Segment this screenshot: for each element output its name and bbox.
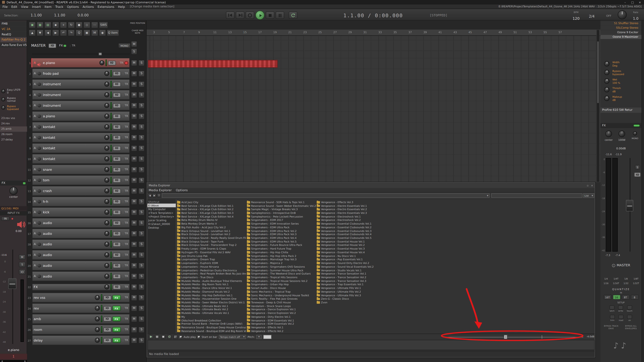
track-name[interactable]: FX (34, 285, 38, 289)
media-folder-item[interactable]: Vengeance - Sound Vocal Essentials Vol.2 (317, 265, 386, 268)
track-row[interactable]: 2 A frodo pad IO FX ⋮TR M S (27, 68, 147, 78)
plugin-param-row[interactable]: Bypassnormal (1, 95, 27, 103)
media-folder-item[interactable]: Samplephonics - Pete Lockett Percussion (247, 215, 316, 218)
media-folder-item[interactable]: Sonic Reality - Flex Pak Jazz Grooves (247, 297, 316, 301)
track-row[interactable]: 7 A kontakt IO FX ⋮TR M S (27, 122, 147, 132)
track-row[interactable]: 9 A kontakt IO FX ⋮TR M S (27, 143, 147, 153)
media-folder-item[interactable]: Black Octopus Sound - Tape Funk (177, 240, 246, 243)
pan-knob[interactable] (104, 199, 109, 204)
menu-item[interactable]: View (21, 5, 28, 8)
track-panel[interactable]: A kick IO FX ⋮TR (31, 207, 130, 217)
track-name[interactable]: kontakt (43, 125, 55, 129)
io-button[interactable]: IO (113, 221, 120, 225)
pan-knob[interactable] (104, 188, 109, 193)
record-arm-icon[interactable]: A (34, 221, 36, 225)
quantize-button[interactable]: 8T (622, 295, 630, 300)
plugin-param-row[interactable]: MakeupdB (600, 94, 642, 103)
repeat-button[interactable] (289, 11, 297, 19)
media-folder-item[interactable]: Vengeance - Ultimate Fills Vol.3 (317, 293, 386, 297)
param-knob-icon[interactable] (604, 70, 610, 75)
preview-volume-readout[interactable]: -4.0dB (586, 335, 594, 338)
media-folder-item[interactable]: Zero-G - Classic Disco (317, 297, 386, 301)
send-item[interactable]: 25:amb (0, 126, 27, 132)
track-panel[interactable]: A h-h IO FX ⋮TR (31, 197, 130, 206)
quantize-button[interactable]: 16T (604, 295, 612, 300)
media-folder-item[interactable]: Zvon (317, 301, 386, 304)
note-rate-button[interactable]: 1/4T (611, 278, 621, 280)
media-folder-item[interactable]: Vengeance - Essential House Vol.2 (317, 243, 386, 247)
toolbar-button[interactable]: ● (76, 22, 83, 28)
fader-groove[interactable] (12, 250, 13, 344)
record-arm-icon[interactable]: A (34, 200, 36, 203)
track-name[interactable]: kick (43, 210, 50, 214)
track-panel[interactable]: A crash IO FX ⋮TR (31, 186, 130, 196)
solo-button[interactable]: S (138, 273, 144, 279)
dock-icon[interactable]: ▫ (587, 184, 588, 187)
media-folder-item[interactable]: Tonewave - Deep & Chill House (247, 301, 316, 304)
mute-button[interactable]: M (131, 177, 137, 183)
master-mono-button[interactable]: MONO (118, 43, 130, 48)
track-lanes[interactable] (146, 36, 600, 182)
toolbar-button[interactable]: ▲ (29, 29, 36, 36)
toolbar-button[interactable]: ⋯ (91, 22, 98, 28)
toolbar-button[interactable]: ◇ (83, 22, 90, 28)
pan-knob[interactable] (104, 284, 109, 289)
solo-button[interactable]: S (138, 263, 144, 269)
track-name[interactable]: frodo pad (43, 71, 59, 75)
media-folder-item[interactable]: Resonance Sound - Swen Weber Electromati… (247, 204, 316, 207)
pan-knob[interactable] (104, 82, 109, 86)
quantize-button[interactable]: 16 (613, 295, 620, 300)
media-folder-item[interactable]: Singomakers - Hip Hop Chilla (247, 250, 316, 254)
solo-button[interactable]: S (19, 262, 26, 267)
io-button[interactable]: IO (113, 189, 120, 193)
pan-knob[interactable] (94, 306, 100, 311)
master-fx-chain-item[interactable]: Ozone 9 Exciter (600, 30, 642, 34)
mute-button[interactable]: M (131, 198, 137, 205)
io-button[interactable]: IO (113, 199, 120, 204)
media-folder-item[interactable]: Vengeance - Dirty Electro Vol.1 (247, 315, 316, 318)
mute-button[interactable]: M (131, 92, 137, 98)
track-panel[interactable]: A audio IO FX ⋮TR (31, 261, 130, 271)
track-panel[interactable]: A audio IO FX ⋮TR (31, 239, 130, 249)
media-folder-item[interactable]: Mutekki Media - Diamond Vocals Vol.2 (177, 290, 246, 293)
toolbar-button[interactable]: Q (76, 29, 83, 36)
fx-enabled-toggle-icon[interactable] (633, 124, 640, 127)
media-folder-item[interactable]: Mutekki Media - Dance Ultra Voice Vol.1 (177, 286, 246, 290)
media-folder-item[interactable]: Mutekki Media - Swen Weber Electro Distr… (177, 301, 246, 304)
io-button[interactable]: IO (113, 231, 120, 236)
master-trim-routing-button[interactable]: ⋮TR (69, 44, 75, 47)
track-row[interactable]: 5 A instrument IO FX ⋮TR M S (27, 100, 147, 110)
mute-button[interactable]: M (131, 145, 137, 151)
menu-item[interactable]: Insert (32, 5, 41, 8)
io-button[interactable]: IO (113, 253, 120, 257)
pan-knob[interactable] (104, 220, 109, 225)
pan-knob[interactable] (104, 114, 109, 118)
media-folder-item[interactable]: Vengeance - Ultimate Fills Vol.1 (317, 286, 386, 290)
param-knob-icon[interactable] (1, 97, 5, 101)
track-row[interactable]: 17 A audio IO FX ⋮TR M S (27, 229, 147, 239)
media-folder-item[interactable]: Black Octopus Sound - Leviathan Vol.2 (177, 232, 246, 236)
trim-routing-button[interactable]: ⋮TR (122, 157, 128, 161)
media-folder-item[interactable]: Singomakers - Tropical Hits Sessions (247, 275, 316, 279)
track-panel[interactable]: A e.piano IO FX ⋮TR (31, 58, 130, 68)
master-solo-button[interactable]: S (131, 48, 137, 55)
shortcut-item[interactable]: <Project Directory> (148, 215, 176, 218)
trim-routing-button[interactable]: ⋮TR (122, 146, 128, 150)
media-folder-item[interactable]: Samplephonics - Introspective DnB (247, 211, 316, 215)
time-signature[interactable]: 2/4 (589, 14, 595, 18)
mute-button[interactable]: M (131, 337, 137, 344)
record-arm-icon[interactable]: A (34, 189, 36, 193)
fx-button[interactable]: FX (112, 327, 120, 332)
track-row[interactable]: 11 A snare IO FX ⋮TR M S (27, 165, 147, 174)
pan-knob[interactable] (104, 274, 109, 279)
track-name[interactable]: audio (43, 242, 52, 246)
timeline-ruler[interactable]: 3579111315171921232527293133353739414345… (146, 29, 600, 36)
media-folder-item[interactable]: Vengeance - Nu Disco Vol.1 (317, 254, 386, 257)
media-folder-item[interactable]: Singomakers - EDM Innovation Series (247, 222, 316, 225)
mute-button[interactable]: M (131, 156, 137, 162)
master-fx-chain-item[interactable]: SSLComp Stereo (600, 26, 642, 30)
track-row[interactable]: 20 A audio IO FX ⋮TR M S (27, 261, 147, 271)
preview-stop-button[interactable] (161, 335, 166, 339)
record-arm-icon[interactable]: A (34, 125, 36, 129)
media-folder-item[interactable]: Resonance Sound - Boutique Deep House Co… (177, 326, 246, 329)
